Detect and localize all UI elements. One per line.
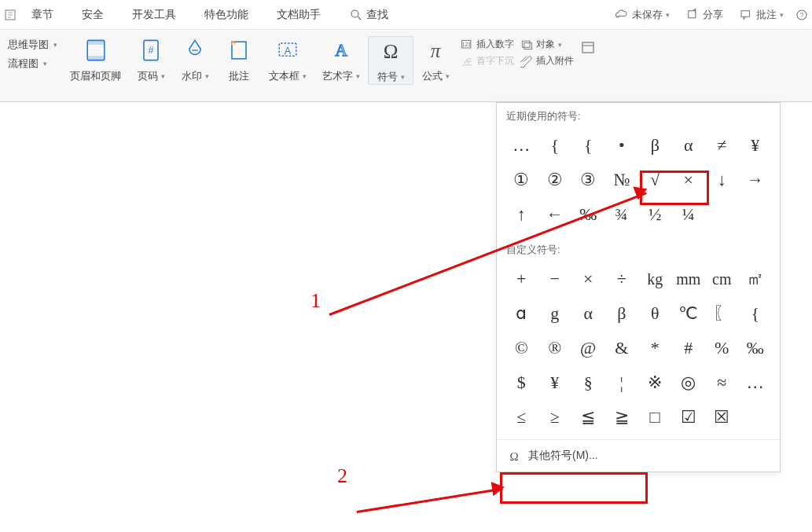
symbol-button[interactable]: Ω 符号 bbox=[368, 36, 413, 85]
custom-symbol-cell[interactable]: © bbox=[505, 331, 538, 365]
menu-unsaved[interactable]: 未保存▾ bbox=[610, 8, 674, 22]
object-button[interactable]: 对象▾ bbox=[520, 38, 562, 51]
custom-symbol-cell[interactable]: 〖 bbox=[705, 296, 739, 331]
custom-symbol-cell[interactable]: ☑ bbox=[672, 400, 706, 435]
custom-symbol-cell[interactable]: * bbox=[638, 331, 672, 365]
attachment-button[interactable]: 插入附件 bbox=[520, 54, 574, 68]
custom-symbol-cell[interactable]: ÷ bbox=[605, 262, 639, 296]
custom-symbol-cell[interactable]: ☒ bbox=[705, 400, 739, 435]
menu-security[interactable]: 安全 bbox=[68, 8, 118, 22]
attachment-icon bbox=[520, 55, 533, 68]
help-icon[interactable]: ? bbox=[795, 8, 809, 22]
recent-symbol-cell[interactable]: α bbox=[672, 128, 706, 163]
equation-button[interactable]: π 公式 bbox=[413, 36, 457, 83]
wordart-button[interactable]: A 艺术字 bbox=[314, 36, 368, 83]
custom-symbol-cell[interactable]: g bbox=[538, 296, 572, 331]
recent-symbol-cell[interactable]: ② bbox=[538, 163, 572, 197]
custom-symbol-cell[interactable]: { bbox=[739, 296, 773, 331]
page-number-button[interactable]: # 页码 bbox=[129, 36, 173, 83]
search-icon bbox=[349, 8, 363, 22]
custom-symbol-cell[interactable]: α bbox=[571, 296, 605, 331]
custom-symbol-cell[interactable]: ɑ bbox=[505, 296, 538, 331]
menu-share[interactable]: 分享 bbox=[681, 8, 728, 22]
recent-symbol-cell[interactable]: → bbox=[739, 163, 773, 197]
watermark-button[interactable]: 水印 bbox=[173, 36, 217, 83]
custom-symbol-cell[interactable]: ※ bbox=[638, 365, 672, 400]
recent-symbol-cell[interactable]: ↑ bbox=[505, 197, 538, 232]
menu-comment[interactable]: 批注▾ bbox=[734, 8, 788, 22]
custom-symbol-cell[interactable]: ≤ bbox=[505, 400, 538, 435]
recent-symbol-cell[interactable]: ½ bbox=[638, 197, 672, 232]
recent-symbol-cell[interactable]: β bbox=[638, 128, 672, 163]
recent-symbol-cell[interactable]: № bbox=[605, 163, 639, 197]
equation-label: 公式 bbox=[422, 69, 450, 83]
custom-symbol-cell[interactable]: ≦ bbox=[571, 400, 605, 435]
textbox-button[interactable]: A 文本框 bbox=[261, 36, 314, 83]
recent-symbol-cell[interactable] bbox=[739, 197, 773, 232]
svg-rect-6 bbox=[689, 10, 696, 17]
mindmap-button[interactable]: 思维导图 bbox=[8, 38, 57, 52]
recent-symbol-cell[interactable]: ¼ bbox=[672, 197, 706, 232]
custom-symbol-cell[interactable]: ¥ bbox=[538, 365, 572, 400]
menu-special[interactable]: 特色功能 bbox=[190, 8, 263, 22]
custom-symbol-cell[interactable]: ® bbox=[538, 331, 572, 365]
comment-button[interactable]: ✱ 批注 bbox=[217, 36, 261, 83]
recent-symbol-cell[interactable]: • bbox=[605, 128, 639, 163]
custom-symbol-cell[interactable]: □ bbox=[638, 400, 672, 435]
custom-symbol-cell[interactable]: & bbox=[605, 331, 639, 365]
header-footer-button[interactable]: 页眉和页脚 bbox=[62, 36, 129, 83]
custom-symbol-cell[interactable]: ≧ bbox=[605, 400, 639, 435]
recent-symbol-cell[interactable]: { bbox=[538, 128, 572, 163]
recent-symbol-cell[interactable]: { bbox=[571, 128, 605, 163]
custom-symbol-cell[interactable]: @ bbox=[571, 331, 605, 365]
more-symbols-button[interactable]: Ω 其他符号(M)... bbox=[497, 439, 780, 471]
dropcap-button: A 首字下沉 bbox=[461, 54, 514, 68]
svg-rect-32 bbox=[582, 42, 593, 53]
recent-symbols-label: 近期使用的符号: bbox=[497, 103, 780, 128]
custom-symbol-cell[interactable] bbox=[739, 400, 773, 435]
recent-symbol-cell[interactable]: ↓ bbox=[705, 163, 739, 197]
wordart-label: 艺术字 bbox=[322, 69, 360, 83]
recent-symbol-cell[interactable]: ¥ bbox=[739, 128, 773, 163]
menu-chapter[interactable]: 章节 bbox=[17, 8, 68, 22]
custom-symbol-cell[interactable]: ¦ bbox=[605, 365, 639, 400]
custom-symbol-cell[interactable]: % bbox=[705, 331, 739, 365]
custom-symbol-cell[interactable]: ◎ bbox=[672, 365, 706, 400]
custom-symbol-cell[interactable]: # bbox=[672, 331, 706, 365]
recent-symbol-cell[interactable]: … bbox=[505, 128, 538, 163]
custom-symbol-cell[interactable]: ≥ bbox=[538, 400, 572, 435]
custom-symbol-cell[interactable]: kg bbox=[638, 262, 672, 296]
flowchart-button[interactable]: 流程图 bbox=[8, 57, 57, 71]
recent-symbol-cell[interactable] bbox=[705, 197, 739, 232]
recent-symbol-cell[interactable]: ≠ bbox=[705, 128, 739, 163]
custom-symbol-cell[interactable]: ℃ bbox=[672, 296, 706, 331]
menu-bar: 章节 安全 开发工具 特色功能 文档助手 查找 未保存▾ 分享 批注▾ ? bbox=[0, 0, 812, 30]
custom-symbol-cell[interactable]: θ bbox=[638, 296, 672, 331]
calendar-icon[interactable] bbox=[580, 39, 596, 55]
custom-symbol-cell[interactable]: × bbox=[571, 262, 605, 296]
recent-symbol-cell[interactable]: ① bbox=[505, 163, 538, 197]
custom-symbol-cell[interactable]: + bbox=[505, 262, 538, 296]
document-canvas[interactable] bbox=[0, 126, 495, 526]
svg-line-5 bbox=[358, 17, 361, 20]
share-icon bbox=[685, 8, 700, 22]
custom-symbol-cell[interactable]: − bbox=[538, 262, 572, 296]
recent-symbol-cell[interactable]: × bbox=[672, 163, 706, 197]
menu-doc-helper[interactable]: 文档助手 bbox=[263, 8, 335, 22]
custom-symbol-cell[interactable]: β bbox=[605, 296, 639, 331]
recent-symbol-cell[interactable]: ③ bbox=[571, 163, 605, 197]
menu-find[interactable]: 查找 bbox=[335, 8, 402, 22]
svg-text:123: 123 bbox=[462, 41, 471, 46]
custom-symbol-cell[interactable]: § bbox=[571, 365, 605, 400]
custom-symbol-cell[interactable]: mm bbox=[672, 262, 706, 296]
menu-devtools[interactable]: 开发工具 bbox=[118, 8, 190, 22]
custom-symbol-cell[interactable]: ‰ bbox=[739, 331, 773, 365]
menu-find-label: 查找 bbox=[366, 8, 388, 22]
custom-symbol-cell[interactable]: $ bbox=[505, 365, 538, 400]
custom-symbol-cell[interactable]: cm bbox=[705, 262, 739, 296]
insert-number-button[interactable]: 123 插入数字 bbox=[461, 38, 514, 51]
custom-symbol-cell[interactable]: ≈ bbox=[705, 365, 739, 400]
comment-icon bbox=[739, 8, 753, 22]
custom-symbol-cell[interactable]: … bbox=[739, 365, 773, 400]
custom-symbol-cell[interactable]: ㎡ bbox=[739, 262, 773, 296]
